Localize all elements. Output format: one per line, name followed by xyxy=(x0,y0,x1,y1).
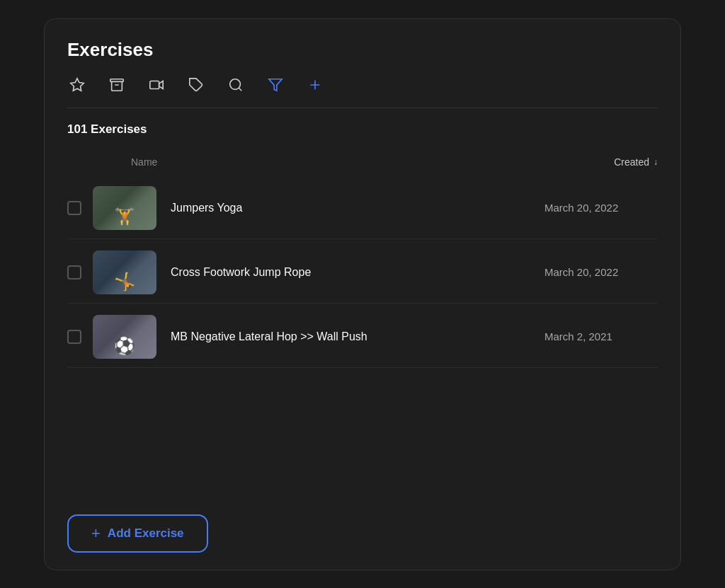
svg-rect-3 xyxy=(150,81,159,88)
table-header: Name Created ↓ xyxy=(67,151,658,173)
app-container: Exercises xyxy=(0,0,725,588)
column-header-name: Name xyxy=(67,156,157,168)
exercise-thumbnail-3 xyxy=(93,315,156,359)
search-icon[interactable] xyxy=(226,75,246,95)
toolbar xyxy=(67,75,658,108)
exercise-name-3: MB Negative Lateral Hop >> Wall Push xyxy=(171,330,544,343)
exercise-count: 101 Exercises xyxy=(67,122,658,137)
content-area: 101 Exercises Name Created ↓ Jumpers Yog… xyxy=(45,108,680,503)
svg-line-6 xyxy=(239,88,241,91)
exercise-thumbnail-2 xyxy=(93,250,156,294)
video-icon[interactable] xyxy=(147,75,166,95)
table-row[interactable]: Cross Footwork Jump Rope March 20, 2022 xyxy=(67,242,658,304)
column-header-created[interactable]: Created ↓ xyxy=(614,156,658,168)
created-label: Created xyxy=(614,156,649,168)
table-row[interactable]: Jumpers Yoga March 20, 2022 xyxy=(67,178,658,239)
row-checkbox-1[interactable] xyxy=(67,201,81,215)
filter-icon[interactable] xyxy=(266,75,285,95)
exercise-list: Jumpers Yoga March 20, 2022 Cross Footwo… xyxy=(67,178,658,368)
main-panel: Exercises xyxy=(44,18,681,570)
add-exercise-plus-icon: + xyxy=(91,526,101,541)
tag-icon[interactable] xyxy=(186,75,206,95)
page-title: Exercises xyxy=(67,39,658,61)
star-icon[interactable] xyxy=(67,75,87,95)
footer: + Add Exercise xyxy=(45,503,680,570)
exercise-thumbnail-1 xyxy=(93,186,156,230)
table-row[interactable]: MB Negative Lateral Hop >> Wall Push Mar… xyxy=(67,306,658,368)
add-toolbar-icon[interactable] xyxy=(305,75,325,95)
svg-marker-0 xyxy=(71,78,84,90)
archive-icon[interactable] xyxy=(107,75,127,95)
exercise-name-1: Jumpers Yoga xyxy=(171,202,544,214)
row-checkbox-3[interactable] xyxy=(67,330,81,344)
svg-marker-7 xyxy=(269,79,282,91)
sort-arrow: ↓ xyxy=(653,157,658,167)
svg-point-5 xyxy=(230,79,241,89)
add-exercise-button[interactable]: + Add Exercise xyxy=(67,514,208,553)
exercise-date-1: March 20, 2022 xyxy=(544,202,658,214)
exercise-name-2: Cross Footwork Jump Rope xyxy=(171,266,544,279)
svg-rect-1 xyxy=(110,79,123,81)
row-checkbox-2[interactable] xyxy=(67,265,81,279)
exercise-date-2: March 20, 2022 xyxy=(544,266,658,278)
exercise-date-3: March 2, 2021 xyxy=(544,330,658,342)
panel-header: Exercises xyxy=(45,19,680,108)
add-exercise-label: Add Exercise xyxy=(108,526,184,541)
